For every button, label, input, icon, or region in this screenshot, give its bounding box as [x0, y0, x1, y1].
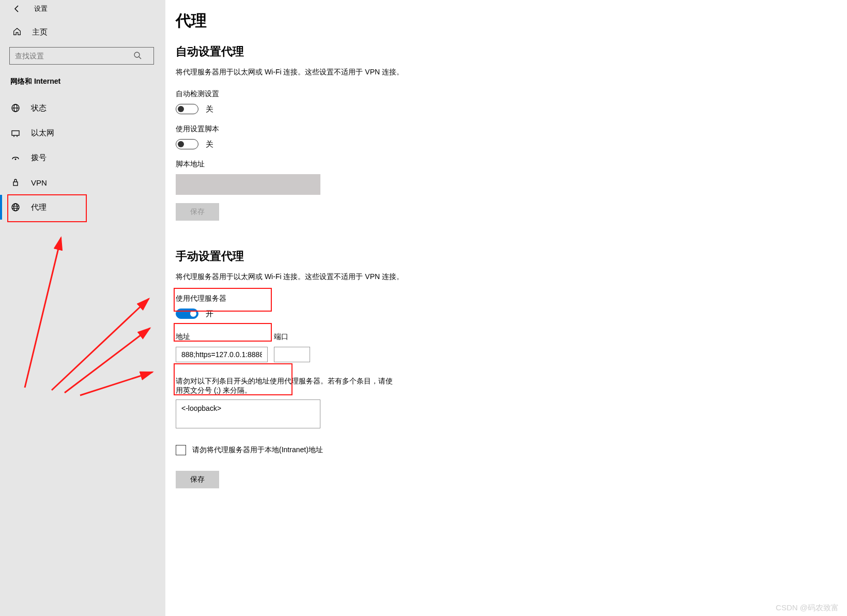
home-label: 主页 — [32, 27, 48, 37]
watermark: CSDN @码农致富 — [776, 603, 839, 613]
dialup-icon — [10, 152, 21, 163]
auto-detect-toggle[interactable] — [176, 104, 198, 114]
script-addr-input — [176, 174, 320, 195]
sidebar-item-label: 拨号 — [31, 153, 47, 163]
svg-rect-5 — [12, 131, 19, 135]
sidebar-item-ethernet[interactable]: 以太网 — [0, 120, 165, 145]
use-proxy-label: 使用代理服务器 — [176, 294, 641, 303]
sidebar-item-status[interactable]: 状态 — [0, 96, 165, 120]
svg-point-11 — [14, 204, 18, 211]
sidebar-item-vpn[interactable]: VPN — [0, 170, 165, 195]
sidebar-item-label: VPN — [31, 178, 47, 187]
manual-save-button[interactable]: 保存 — [176, 471, 219, 488]
auto-detect-state: 关 — [206, 104, 213, 114]
use-proxy-toggle[interactable] — [176, 309, 198, 319]
intranet-label: 请勿将代理服务器用于本地(Intranet)地址 — [192, 445, 323, 455]
sidebar-item-label: 状态 — [31, 103, 47, 113]
proxy-exclusions-input[interactable] — [176, 399, 320, 428]
home-icon — [12, 27, 22, 38]
auto-detect-label: 自动检测设置 — [176, 89, 641, 99]
use-proxy-state: 开 — [206, 309, 213, 319]
auto-save-button: 保存 — [176, 203, 219, 221]
sidebar-category: 网络和 Internet — [0, 65, 165, 96]
manual-proxy-title: 手动设置代理 — [176, 249, 641, 264]
svg-point-8 — [15, 159, 17, 160]
app-name: 设置 — [34, 4, 48, 13]
svg-point-0 — [134, 52, 140, 57]
port-label: 端口 — [274, 332, 310, 342]
back-icon[interactable] — [12, 4, 22, 13]
intranet-checkbox[interactable] — [176, 445, 186, 455]
proxy-port-input[interactable] — [274, 347, 310, 362]
sidebar-item-proxy[interactable]: 代理 — [0, 195, 165, 220]
sidebar-item-label: 以太网 — [31, 128, 54, 138]
exclude-desc: 请勿对以下列条目开头的地址使用代理服务器。若有多个条目，请使用英文分号 (;) … — [176, 377, 393, 395]
svg-point-10 — [12, 204, 19, 211]
addr-label: 地址 — [176, 332, 268, 342]
use-script-toggle[interactable] — [176, 139, 198, 149]
manual-proxy-desc: 将代理服务器用于以太网或 Wi-Fi 连接。这些设置不适用于 VPN 连接。 — [176, 272, 641, 282]
search-input[interactable] — [9, 47, 154, 65]
settings-sidebar: 设置 主页 网络和 Internet 状态 以太网 拨号 — [0, 0, 165, 616]
auto-proxy-title: 自动设置代理 — [176, 44, 641, 59]
sidebar-item-label: 代理 — [31, 203, 47, 212]
ethernet-icon — [10, 128, 21, 138]
use-script-label: 使用设置脚本 — [176, 125, 641, 134]
sidebar-home[interactable]: 主页 — [0, 18, 165, 47]
use-script-state: 关 — [206, 140, 213, 149]
auto-proxy-desc: 将代理服务器用于以太网或 Wi-Fi 连接。这些设置不适用于 VPN 连接。 — [176, 68, 641, 77]
script-addr-label: 脚本地址 — [176, 160, 641, 169]
status-icon — [10, 103, 21, 113]
svg-rect-9 — [13, 182, 18, 186]
main-content: 代理 自动设置代理 将代理服务器用于以太网或 Wi-Fi 连接。这些设置不适用于… — [176, 10, 641, 488]
proxy-address-input[interactable] — [176, 347, 268, 362]
sidebar-item-dialup[interactable]: 拨号 — [0, 145, 165, 170]
proxy-icon — [10, 202, 21, 212]
page-title: 代理 — [176, 10, 641, 32]
vpn-icon — [10, 177, 21, 188]
svg-line-1 — [139, 57, 141, 59]
search-icon — [133, 51, 142, 61]
